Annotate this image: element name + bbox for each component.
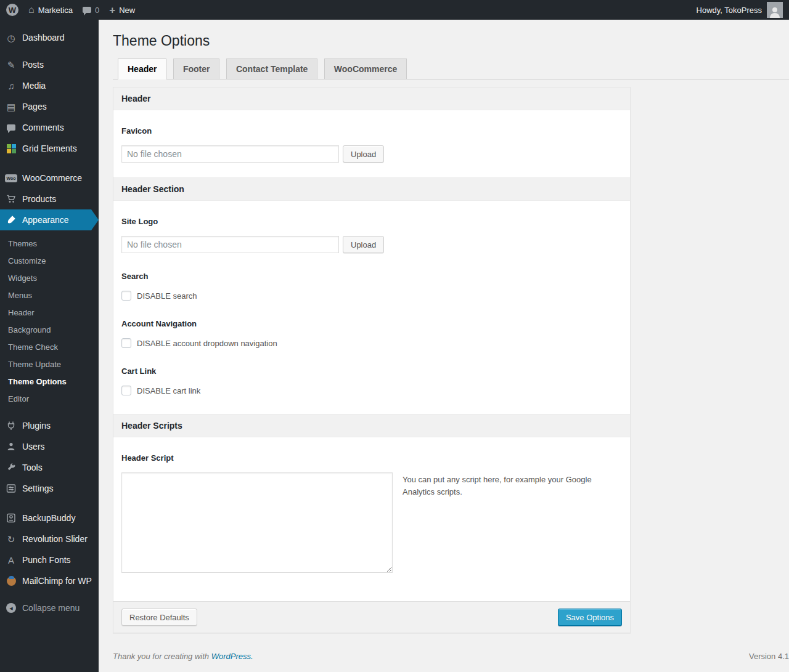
wordpress-menu[interactable]: W [6,4,18,16]
sidebar-item-label: Collapse menu [22,603,80,613]
favicon-upload-button[interactable]: Upload [343,145,384,163]
sidebar-item-label: WooCommerce [22,173,82,183]
sidebar-item-label: Appearance [22,215,69,225]
sidebar-item-posts[interactable]: ✎ Posts [0,54,99,75]
submenu-item-header[interactable]: Header [0,304,99,322]
account-navigation-label: Account Navigation [121,319,622,328]
mailchimp-monkey-icon [5,577,17,586]
howdy-account-link[interactable]: Howdy, TokoPress [697,6,762,15]
disable-search-checkbox[interactable] [121,291,131,301]
submenu-item-menus[interactable]: Menus [0,287,99,304]
pushpin-icon: ✎ [5,60,17,70]
new-content-menu[interactable]: + New [109,5,135,15]
submenu-item-editor[interactable]: Editor [0,391,99,408]
new-label: New [119,6,135,15]
letter-a-icon: A [5,556,17,565]
save-options-button[interactable]: Save Options [558,609,622,626]
wordpress-link[interactable]: WordPress. [211,652,253,661]
tab-contact-template[interactable]: Contact Template [226,59,317,79]
sidebar-item-media[interactable]: ♫ Media [0,75,99,96]
sidebar-item-label: Settings [22,484,54,493]
sidebar-item-users[interactable]: Users [0,436,99,457]
pages-icon: ▤ [5,102,17,111]
search-label: Search [121,272,622,281]
section-header-scripts-title: Header Scripts [113,414,630,437]
avatar[interactable] [767,2,783,18]
site-link[interactable]: ⌂ Marketica [28,5,73,15]
sidebar-item-label: Media [22,81,46,91]
tab-footer[interactable]: Footer [173,59,220,79]
sidebar-item-appearance[interactable]: Appearance [0,209,99,230]
submenu-item-themes[interactable]: Themes [0,235,99,253]
page-footer: Thank you for creating with WordPress. V… [113,652,789,661]
site-logo-label: Site Logo [121,217,622,226]
sidebar-item-label: Comments [22,123,64,132]
backupbuddy-icon [5,513,17,523]
header-script-textarea[interactable] [121,472,393,573]
submenu-item-theme-update[interactable]: Theme Update [0,356,99,373]
home-icon: ⌂ [28,5,35,15]
sidebar-item-label: Grid Elements [22,144,77,153]
comments-shortcut[interactable]: 0 [83,6,99,15]
collapse-menu-button[interactable]: ◀ Collapse menu [0,597,99,618]
sidebar-item-dashboard[interactable]: ◷ Dashboard [0,27,99,48]
sidebar-item-punch-fonts[interactable]: A Punch Fonts [0,549,99,570]
collapse-arrow-icon: ◀ [5,603,17,613]
disable-cart-link-checkbox-label[interactable]: DISABLE cart link [137,386,200,395]
sidebar-item-plugins[interactable]: Plugins [0,415,99,436]
site-name: Marketica [38,6,73,15]
sidebar-item-grid-elements[interactable]: Grid Elements [0,138,99,159]
sidebar-item-backupbuddy[interactable]: BackupBuddy [0,508,99,528]
sidebar-item-tools[interactable]: Tools [0,457,99,478]
wrench-icon [5,463,17,472]
sidebar-item-label: BackupBuddy [22,513,75,523]
disable-account-nav-checkbox-label[interactable]: DISABLE account dropdown navigation [137,339,277,348]
admin-sidebar: ◷ Dashboard ✎ Posts ♫ Media ▤ Pages Comm… [0,20,99,672]
panel-footer: Restore Defaults Save Options [113,601,630,633]
section-header-section-body: Site Logo Upload Search DISABLE search A… [113,201,630,414]
favicon-file-input[interactable] [121,145,339,163]
sidebar-item-comments[interactable]: Comments [0,117,99,138]
submenu-item-theme-options[interactable]: Theme Options [0,373,99,391]
circular-arrows-icon: ↻ [5,535,17,544]
sidebar-item-revolution-slider[interactable]: ↻ Revolution Slider [0,528,99,549]
site-logo-file-input[interactable] [121,236,339,253]
sidebar-item-products[interactable]: Products [0,188,99,209]
main-content: Theme Options Header Footer Contact Temp… [99,20,789,672]
sidebar-item-label: Plugins [22,421,51,431]
sidebar-item-mailchimp[interactable]: MailChimp for WP [0,570,99,591]
thanks-text: Thank you for creating with WordPress. [113,652,253,661]
sidebar-item-woocommerce[interactable]: Woo WooCommerce [0,168,99,188]
grid-elements-icon [5,144,17,153]
sidebar-item-label: Revolution Slider [22,534,88,544]
sidebar-item-pages[interactable]: ▤ Pages [0,96,99,117]
section-header-scripts-body: Header Script You can put any script her… [113,437,630,601]
restore-defaults-button[interactable]: Restore Defaults [121,609,197,626]
submenu-item-background[interactable]: Background [0,322,99,339]
header-script-label: Header Script [121,453,622,463]
header-script-help-text: You can put any script here, for example… [403,472,594,498]
sidebar-item-label: Products [22,194,56,204]
comments-bubble-icon [83,7,91,13]
disable-cart-link-checkbox[interactable] [121,386,131,395]
submenu-item-theme-check[interactable]: Theme Check [0,339,99,356]
disable-account-nav-checkbox[interactable] [121,338,131,348]
cart-icon [5,194,17,204]
section-header-title: Header [113,87,630,110]
theme-options-panel: Header Favicon Upload Header Section Sit… [113,87,631,633]
site-logo-upload-button[interactable]: Upload [343,236,384,253]
sidebar-item-label: Users [22,442,45,451]
page-title: Theme Options [99,20,789,49]
sidebar-item-label: Tools [22,463,43,472]
plugin-icon [5,421,17,431]
sidebar-item-settings[interactable]: Settings [0,478,99,499]
tab-header[interactable]: Header [118,59,166,79]
tab-woocommerce[interactable]: WooCommerce [324,59,407,79]
sidebar-item-label: Punch Fonts [22,555,71,565]
disable-search-checkbox-label[interactable]: DISABLE search [137,291,197,301]
submenu-item-customize[interactable]: Customize [0,253,99,270]
submenu-item-widgets[interactable]: Widgets [0,270,99,287]
appearance-submenu: Themes Customize Widgets Menus Header Ba… [0,230,99,415]
sidebar-item-label: MailChimp for WP [22,576,92,586]
section-header-body: Favicon Upload [113,110,630,177]
